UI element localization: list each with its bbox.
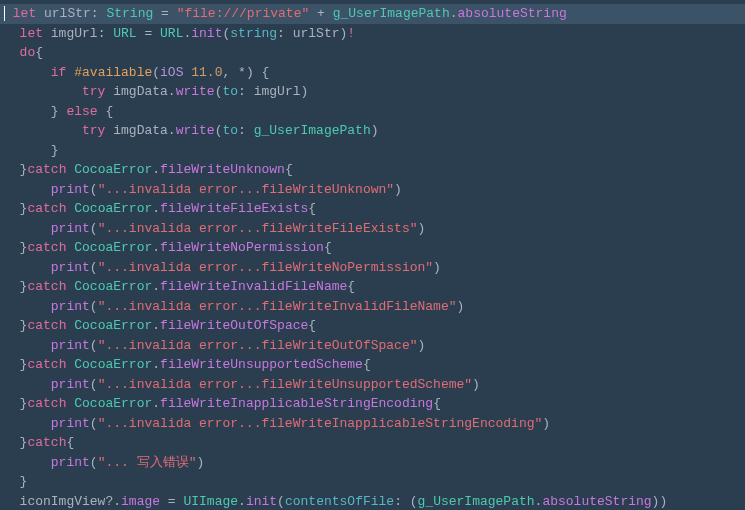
equals: = bbox=[153, 6, 176, 21]
property: absoluteString bbox=[458, 6, 567, 21]
keyword-catch: catch bbox=[27, 396, 66, 411]
code-line: }catch CocoaError.fileWriteFileExists{ bbox=[0, 199, 745, 219]
keyword-try: try bbox=[82, 84, 105, 99]
print-call: print bbox=[51, 260, 90, 275]
code-line: do{ bbox=[0, 43, 745, 63]
property: absoluteString bbox=[542, 494, 651, 509]
code-line: print("...invalida error...fileWriteUnkn… bbox=[0, 180, 745, 200]
string-literal: "... 写入错误" bbox=[98, 455, 197, 470]
paren: ) bbox=[371, 123, 379, 138]
code-editor[interactable]: let urlStr: String = "file:///private" +… bbox=[0, 4, 745, 510]
punct: : bbox=[238, 123, 254, 138]
code-line: try imgData.write(to: g_UserImagePath) bbox=[0, 121, 745, 141]
print-call: print bbox=[51, 338, 90, 353]
method: write bbox=[176, 84, 215, 99]
keyword-catch: catch bbox=[27, 279, 66, 294]
comma: , *) { bbox=[222, 65, 269, 80]
brace: } bbox=[20, 474, 28, 489]
error-type: CocoaError bbox=[74, 162, 152, 177]
identifier: g_UserImagePath bbox=[254, 123, 371, 138]
dot: . bbox=[238, 494, 246, 509]
code-line: }catch{ bbox=[0, 433, 745, 453]
code-line: iconImgView?.image = UIImage.init(conten… bbox=[0, 492, 745, 511]
keyword-let: let bbox=[13, 6, 36, 21]
error-case: fileWriteInvalidFileName bbox=[160, 279, 347, 294]
code-line: print("...invalida error...fileWriteFile… bbox=[0, 219, 745, 239]
print-call: print bbox=[51, 182, 90, 197]
keyword-catch: catch bbox=[27, 162, 66, 177]
print-call: print bbox=[51, 299, 90, 314]
keyword-try: try bbox=[82, 123, 105, 138]
error-case: fileWriteOutOfSpace bbox=[160, 318, 308, 333]
colon: : bbox=[91, 6, 107, 21]
identifier: iconImgView bbox=[20, 494, 106, 509]
identifier: imgUrl bbox=[43, 26, 98, 41]
code-line: }catch CocoaError.fileWriteInapplicableS… bbox=[0, 394, 745, 414]
keyword-catch: catch bbox=[27, 435, 66, 450]
string-literal: "file:///private" bbox=[177, 6, 310, 21]
code-line: print("... 写入错误") bbox=[0, 453, 745, 473]
code-line: let urlStr: String = "file:///private" +… bbox=[0, 4, 745, 24]
brace: } bbox=[51, 143, 59, 158]
code-line: try imgData.write(to: imgUrl) bbox=[0, 82, 745, 102]
keyword-catch: catch bbox=[27, 357, 66, 372]
identifier: g_UserImagePath bbox=[418, 494, 535, 509]
version: 11.0 bbox=[183, 65, 222, 80]
code-line: } bbox=[0, 141, 745, 161]
type: URL bbox=[113, 26, 136, 41]
keyword-else: else bbox=[66, 104, 97, 119]
param-label: contentsOfFile bbox=[285, 494, 394, 509]
type: UIImage bbox=[183, 494, 238, 509]
keyword-catch: catch bbox=[27, 318, 66, 333]
keyword-catch: catch bbox=[27, 240, 66, 255]
code-line: print("...invalida error...fileWriteInva… bbox=[0, 297, 745, 317]
paren: ) bbox=[196, 455, 204, 470]
identifier: urlStr bbox=[36, 6, 91, 21]
identifier: g_UserImagePath bbox=[333, 6, 450, 21]
print-call: print bbox=[51, 455, 90, 470]
param-label: to bbox=[222, 84, 238, 99]
print-call: print bbox=[51, 377, 90, 392]
code-line: print("...invalida error...fileWriteOutO… bbox=[0, 336, 745, 356]
paren: ( bbox=[152, 65, 160, 80]
code-line: }catch CocoaError.fileWriteOutOfSpace{ bbox=[0, 316, 745, 336]
type: URL bbox=[160, 26, 183, 41]
dot: . bbox=[450, 6, 458, 21]
error-case: fileWriteNoPermission bbox=[160, 240, 324, 255]
paren: ( bbox=[90, 455, 98, 470]
code-line: print("...invalida error...fileWriteUnsu… bbox=[0, 375, 745, 395]
hash-available: #available bbox=[66, 65, 152, 80]
equals: = bbox=[160, 494, 183, 509]
code-line: print("...invalida error...fileWriteInap… bbox=[0, 414, 745, 434]
identifier: imgData bbox=[105, 123, 167, 138]
paren: ( bbox=[277, 494, 285, 509]
code-line: }catch CocoaError.fileWriteUnknown{ bbox=[0, 160, 745, 180]
identifier: imgData bbox=[105, 84, 167, 99]
print-call: print bbox=[51, 416, 90, 431]
string-literal: "...invalida error...fileWriteInvalidFil… bbox=[98, 299, 457, 314]
error-type: CocoaError bbox=[74, 240, 152, 255]
string-literal: "...invalida error...fileWriteFileExists… bbox=[98, 221, 418, 236]
brace: } bbox=[51, 104, 67, 119]
keyword-do: do bbox=[20, 45, 36, 60]
code-line: }catch CocoaError.fileWriteUnsupportedSc… bbox=[0, 355, 745, 375]
code-line: print("...invalida error...fileWriteNoPe… bbox=[0, 258, 745, 278]
error-case: fileWriteInapplicableStringEncoding bbox=[160, 396, 433, 411]
print-call: print bbox=[51, 221, 90, 236]
arg: : urlStr) bbox=[277, 26, 347, 41]
method: write bbox=[176, 123, 215, 138]
error-case: fileWriteFileExists bbox=[160, 201, 308, 216]
string-literal: "...invalida error...fileWriteUnknown" bbox=[98, 182, 394, 197]
ios: iOS bbox=[160, 65, 183, 80]
property: image bbox=[121, 494, 160, 509]
keyword-catch: catch bbox=[27, 201, 66, 216]
string-literal: "...invalida error...fileWriteOutOfSpace… bbox=[98, 338, 418, 353]
string-literal: "...invalida error...fileWriteInapplicab… bbox=[98, 416, 543, 431]
type: String bbox=[106, 6, 153, 21]
colon: : bbox=[98, 26, 114, 41]
error-type: CocoaError bbox=[74, 279, 152, 294]
code-line: }catch CocoaError.fileWriteNoPermission{ bbox=[0, 238, 745, 258]
dot: . bbox=[168, 123, 176, 138]
equals: = bbox=[137, 26, 160, 41]
dot: . bbox=[168, 84, 176, 99]
